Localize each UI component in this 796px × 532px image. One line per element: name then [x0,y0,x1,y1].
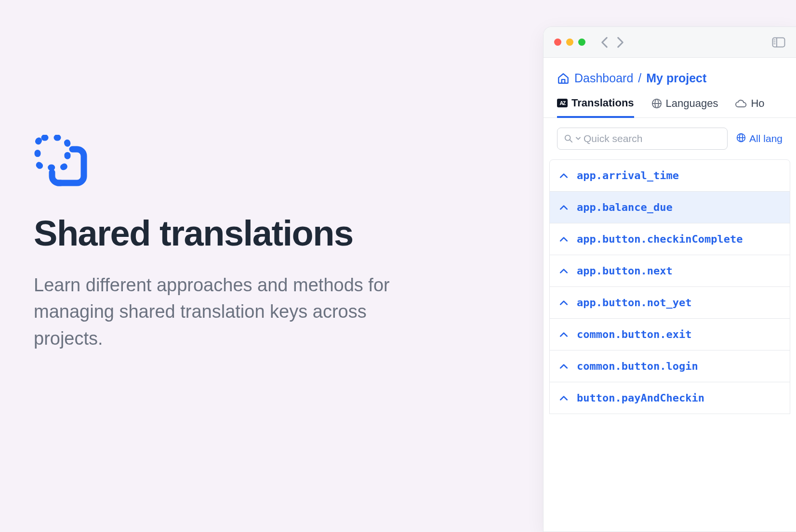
key-label: app.button.checkinComplete [577,233,743,245]
home-icon[interactable] [557,72,570,85]
tab-hosting[interactable]: Ho [735,97,764,118]
translations-icon: A Z [557,99,568,107]
tab-label: Ho [751,97,764,110]
search-input[interactable]: Quick search [557,128,728,150]
globe-icon [651,98,662,109]
key-item[interactable]: common.button.login [549,350,790,382]
search-placeholder: Quick search [584,133,643,144]
tab-label: Languages [666,97,718,110]
chevron-up-icon [559,205,568,210]
hero-content: Shared translations Learn different appr… [34,135,419,352]
chevron-up-icon [559,300,568,306]
breadcrumb-separator: / [638,71,641,85]
breadcrumb-root[interactable]: Dashboard [574,71,633,85]
controls-row: Quick search All lang [544,118,796,159]
minimize-window-button[interactable] [566,39,573,46]
key-label: common.button.exit [577,328,691,340]
close-window-button[interactable] [554,39,561,46]
cloud-icon [735,99,747,108]
key-label: common.button.login [577,360,698,372]
key-item[interactable]: button.payAndCheckin [549,382,790,414]
chevron-up-icon [559,268,568,274]
tab-languages[interactable]: Languages [651,97,718,118]
key-label: app.button.not_yet [577,297,691,309]
chevron-up-icon [559,363,568,369]
translation-key-list: app.arrival_time app.balance_due app.but… [544,159,796,414]
traffic-lights [554,39,585,46]
language-filter-label: All lang [749,133,783,144]
svg-line-13 [570,140,572,143]
nav-forward-button[interactable] [617,37,624,48]
chevron-up-icon [559,395,568,401]
key-item[interactable]: app.button.checkinComplete [549,223,790,255]
chevron-up-icon [559,236,568,242]
breadcrumb-current[interactable]: My project [646,71,706,85]
key-item[interactable]: app.button.not_yet [549,287,790,319]
nav-back-button[interactable] [601,37,608,48]
key-item[interactable]: app.balance_due [549,192,790,223]
tab-translations[interactable]: A Z Translations [557,97,634,118]
maximize-window-button[interactable] [578,39,585,46]
titlebar [544,27,796,58]
shared-translations-icon [34,135,419,190]
key-item[interactable]: common.button.exit [549,319,790,350]
svg-rect-0 [38,138,67,168]
hero-title: Shared translations [34,214,419,253]
key-label: button.payAndCheckin [577,392,704,404]
key-label: app.arrival_time [577,169,679,182]
key-label: app.balance_due [577,201,673,213]
app-window: Dashboard / My project A Z Translations [543,26,796,532]
tabs: A Z Translations Languages H [544,97,796,118]
hero-subtitle: Learn different approaches and methods f… [34,272,419,351]
chevron-up-icon [559,173,568,179]
svg-rect-1 [773,38,785,47]
svg-point-12 [565,135,570,141]
sidebar-toggle-button[interactable] [772,37,785,48]
language-filter[interactable]: All lang [736,133,783,145]
globe-icon [736,133,746,145]
chevron-down-icon [576,137,581,141]
svg-text:Z: Z [563,101,566,106]
tab-label: Translations [571,97,634,109]
breadcrumb: Dashboard / My project [544,58,796,97]
key-item[interactable]: app.arrival_time [549,159,790,192]
key-label: app.button.next [577,265,673,277]
search-icon [564,134,573,143]
key-item[interactable]: app.button.next [549,255,790,287]
chevron-up-icon [559,332,568,337]
